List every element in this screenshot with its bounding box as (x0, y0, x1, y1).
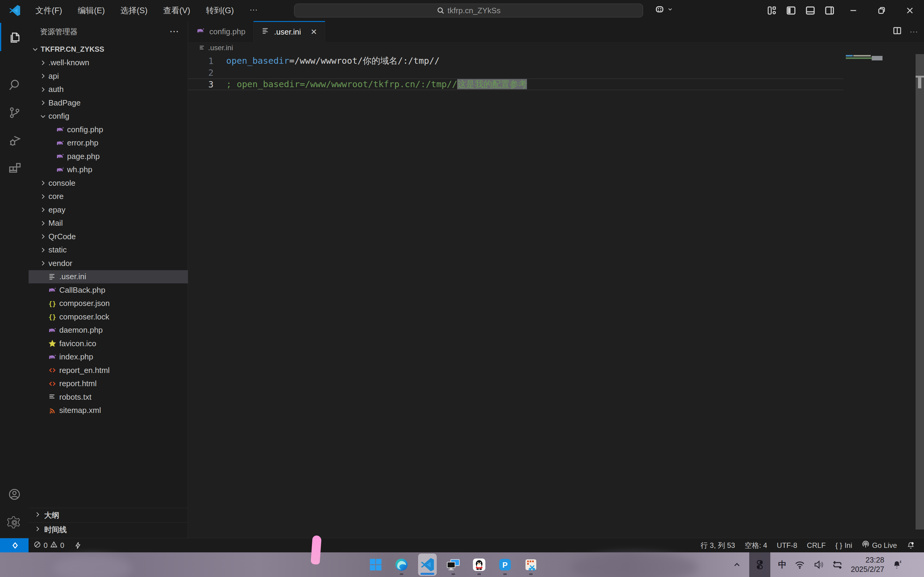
html-file-icon (47, 366, 57, 374)
volume-icon[interactable] (813, 559, 824, 570)
folder-item-.well-known[interactable]: .well-known (29, 56, 188, 70)
file-item-page.php[interactable]: page.php (29, 150, 188, 163)
file-item-error.php[interactable]: error.php (29, 137, 188, 150)
section-label: 时间线 (44, 525, 67, 535)
folder-item-auth[interactable]: auth (29, 83, 188, 97)
folder-item-epay[interactable]: epay (29, 203, 188, 217)
file-item-wh.php[interactable]: wh.php (29, 163, 188, 177)
tray-clock[interactable]: 23:28 2025/2/27 (851, 555, 884, 574)
problems-indicator[interactable]: 0 0 (29, 541, 69, 550)
start-button[interactable] (366, 554, 385, 576)
encoding[interactable]: UTF-8 (772, 541, 802, 550)
extensions-icon[interactable] (0, 153, 29, 182)
tab-label: config.php (209, 27, 246, 36)
tree-item-label: CallBack.php (59, 285, 105, 295)
photos-sync-icon[interactable] (832, 559, 843, 571)
svg-text:{}: {} (48, 313, 56, 321)
breadcrumb[interactable]: .user.ini (188, 42, 924, 53)
notifications-bell-icon[interactable] (902, 541, 920, 550)
folder-item-config[interactable]: config (29, 110, 188, 123)
file-item-daemon.php[interactable]: daemon.php (29, 324, 188, 337)
file-item-config.php[interactable]: config.php (29, 123, 188, 137)
remote-desktop-icon[interactable] (444, 554, 463, 576)
sidebar-more-actions[interactable]: ··· (170, 27, 179, 36)
split-editor-icon[interactable] (893, 26, 902, 37)
file-item-composer.lock[interactable]: {}composer.lock (29, 310, 188, 324)
copilot-menu[interactable] (654, 4, 673, 15)
sidebar-section-0[interactable]: 大纲 (29, 508, 188, 522)
command-center-search[interactable]: tkfrp.cn_ZYkSs (294, 3, 643, 18)
tray-toggles-button[interactable] (749, 552, 770, 577)
chevron-right-icon (39, 247, 48, 254)
menu-item-0[interactable]: 文件(F) (29, 3, 69, 18)
thunder-client-icon[interactable] (69, 542, 87, 550)
code-line-2[interactable]: 2 (188, 67, 843, 79)
menu-item-3[interactable]: 查看(V) (157, 3, 197, 18)
tree-item-label: report_en.html (59, 366, 110, 375)
picgo-icon[interactable]: P (496, 554, 514, 576)
snipaste-icon[interactable] (522, 554, 540, 576)
folder-item-Mail[interactable]: Mail (29, 217, 188, 230)
qq-icon[interactable] (470, 554, 488, 576)
menu-item-1[interactable]: 编辑(E) (71, 3, 111, 18)
file-item-index.php[interactable]: index.php (29, 350, 188, 364)
sidebar-section-1[interactable]: 时间线 (29, 522, 188, 537)
language-mode[interactable]: { } Ini (830, 541, 857, 550)
tree-item-label: static (48, 245, 67, 255)
folder-item-TKFRP.CNZYKSS[interactable]: TKFRP.CN_ZYKSS (29, 43, 188, 56)
customize-layout-button[interactable] (762, 0, 782, 21)
eol-sequence[interactable]: CRLF (802, 541, 831, 550)
file-item-robots.txt[interactable]: robots.txt (29, 390, 188, 404)
file-item-.user.ini[interactable]: .user.ini (29, 270, 188, 284)
editor-scrollbar[interactable] (916, 54, 924, 530)
folder-item-api[interactable]: api (29, 69, 188, 83)
edge-browser-icon[interactable] (392, 554, 411, 576)
wifi-icon[interactable] (794, 559, 805, 570)
ime-indicator[interactable]: 中 (778, 559, 787, 571)
cursor-position[interactable]: 行 3, 列 53 (696, 541, 740, 550)
tree-item-label: api (48, 71, 59, 81)
code-line-3[interactable]: 3; open_basedir=/www/wwwroot/tkfrp.cn/:/… (188, 79, 843, 90)
editor-more-actions-icon[interactable]: ··· (909, 27, 918, 36)
explorer-icon[interactable] (0, 23, 29, 51)
file-item-CallBack.php[interactable]: CallBack.php (29, 284, 188, 297)
menu-item-2[interactable]: 选择(S) (114, 3, 154, 18)
indentation[interactable]: 空格: 4 (740, 541, 772, 550)
folder-item-static[interactable]: static (29, 243, 188, 257)
tray-chevron-up-icon[interactable] (732, 560, 741, 569)
go-live-button[interactable]: Go Live (857, 541, 902, 550)
code-line-1[interactable]: 1open_basedir=/www/wwwroot/你的域名/:/tmp// (188, 55, 843, 67)
vscode-taskbar-icon[interactable] (418, 554, 437, 576)
menu-item-5[interactable]: ··· (243, 3, 264, 18)
folder-item-core[interactable]: core (29, 190, 188, 203)
tray-time: 23:28 (851, 555, 884, 565)
source-control-icon[interactable] (0, 98, 29, 127)
remote-indicator[interactable] (0, 538, 29, 553)
file-item-sitemap.xml[interactable]: sitemap.xml (29, 404, 188, 417)
toggle-panel-button[interactable] (801, 0, 820, 21)
restore-button[interactable] (867, 0, 896, 21)
file-item-reporten.html[interactable]: report_en.html (29, 364, 188, 377)
settings-gear-icon[interactable] (0, 508, 29, 537)
file-item-composer.json[interactable]: {}composer.json (29, 297, 188, 310)
toggle-secondary-sidebar-button[interactable] (820, 0, 839, 21)
menu-item-4[interactable]: 转到(G) (199, 3, 240, 18)
close-tab-icon[interactable]: ✕ (311, 27, 317, 37)
tree-item-label: sitemap.xml (59, 406, 101, 415)
search-view-icon[interactable] (0, 71, 29, 99)
code-editor[interactable]: 1open_basedir=/www/wwwroot/你的域名/:/tmp//2… (188, 53, 924, 538)
notification-bell-dnd-icon[interactable]: z (892, 559, 903, 570)
folder-item-vendor[interactable]: vendor (29, 257, 188, 270)
tab-config.php[interactable]: config.php (188, 21, 254, 42)
folder-item-QrCode[interactable]: QrCode (29, 230, 188, 243)
tab-.user.ini[interactable]: .user.ini✕ (254, 21, 325, 42)
close-button[interactable] (896, 0, 924, 21)
folder-item-BadPage[interactable]: BadPage (29, 96, 188, 110)
folder-item-console[interactable]: console (29, 176, 188, 190)
accounts-icon[interactable] (0, 480, 29, 508)
toggle-primary-sidebar-button[interactable] (782, 0, 801, 21)
minimize-button[interactable] (839, 0, 867, 21)
file-item-report.html[interactable]: report.html (29, 377, 188, 391)
run-and-debug-icon[interactable] (0, 127, 29, 155)
file-item-favicon.ico[interactable]: favicon.ico (29, 337, 188, 350)
